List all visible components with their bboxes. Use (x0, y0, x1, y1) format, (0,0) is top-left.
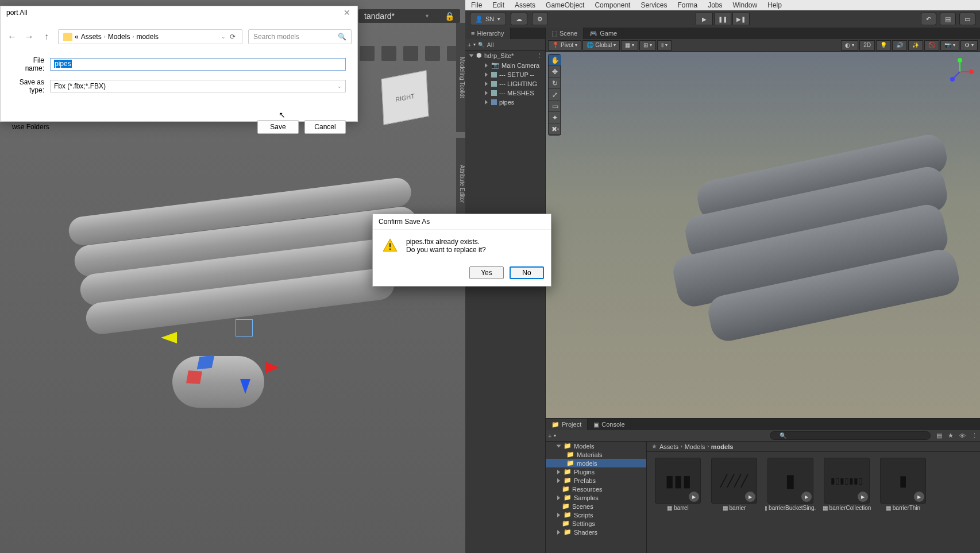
cloud-icon[interactable]: ☁ (511, 13, 527, 25)
search-input[interactable]: Search models 🔍 (248, 29, 352, 44)
menu-icon[interactable]: ⋮ (971, 432, 978, 439)
shelf-icon[interactable] (403, 46, 418, 61)
tree-item-scripts[interactable]: 📁 Scripts (546, 511, 646, 519)
grid-icon[interactable]: ▦▾ (621, 40, 638, 51)
camera-icon[interactable]: 📷▾ (940, 40, 959, 51)
breadcrumb-part[interactable]: Models (685, 443, 705, 450)
gear-icon[interactable]: ⚙ (532, 13, 548, 25)
pause-button[interactable]: ❚❚ (714, 13, 731, 25)
hierarchy-root[interactable]: ⬢ hdrp_Site* ⋮ (465, 51, 545, 60)
hand-tool-icon[interactable]: ✋ (549, 55, 561, 66)
snap2-icon[interactable]: ⫴▾ (657, 40, 672, 51)
tree-item-prefabs[interactable]: 📁 Prefabs (546, 476, 646, 485)
fav-icon[interactable]: ★ (948, 432, 954, 439)
yes-button[interactable]: Yes (469, 266, 504, 279)
tab-scene[interactable]: ⬚ Scene (546, 28, 584, 39)
fx-icon[interactable]: ✨ (908, 40, 923, 51)
layers-button[interactable]: ▤ (940, 13, 956, 25)
rect-tool-icon[interactable]: ▭ (549, 100, 561, 112)
hierarchy-item[interactable]: --- LIGHTING (465, 79, 545, 88)
tree-item-plugins[interactable]: 📁 Plugins (546, 467, 646, 476)
refresh-icon[interactable]: ⟳ (228, 33, 237, 41)
hidden-icon[interactable]: 👁 (959, 432, 966, 439)
menu-item-edit[interactable]: Edit (492, 1, 504, 9)
filter-icon[interactable]: ▤ (936, 432, 942, 439)
menu-item-file[interactable]: File (471, 1, 482, 9)
tab-hierarchy[interactable]: ≡ Hierarchy (465, 28, 511, 39)
menu-item-forma[interactable]: Forma (677, 1, 697, 9)
undo-history-icon[interactable]: ↶ (921, 13, 936, 25)
file-name-field[interactable]: pipes (50, 58, 346, 71)
gizmo-plane-xz[interactable] (197, 355, 215, 370)
play-button[interactable]: ▶ (696, 13, 713, 25)
tree-item-shaders[interactable]: 📁 Shaders (546, 528, 646, 536)
shelf-icon[interactable] (381, 46, 396, 61)
hierarchy-item[interactable]: pipes (465, 98, 545, 107)
tab-project[interactable]: 📁 Project (546, 419, 588, 430)
step-button[interactable]: ▶❚ (732, 13, 750, 25)
nav-back-icon[interactable]: ← (6, 31, 18, 42)
tree-item-resources[interactable]: 📁 Resources (546, 485, 646, 493)
scene-view[interactable]: ✋ ✥ ↻ ⤢ ▭ ✦ ✖▾ (546, 52, 980, 418)
orientation-gizmo[interactable] (946, 57, 974, 86)
shelf-icon[interactable] (425, 46, 440, 61)
move-tool-icon[interactable]: ✥ (549, 66, 561, 78)
breadcrumb-part[interactable]: models (711, 443, 734, 450)
breadcrumb-part[interactable]: Models (108, 33, 130, 41)
asset-item[interactable]: ╱╱╱╱▶▦ barrier (709, 458, 759, 511)
hidden-icon[interactable]: 🚫 (924, 40, 939, 51)
custom-tool-icon[interactable]: ✖▾ (549, 123, 561, 135)
browse-folders-link[interactable]: wse Folders (12, 123, 49, 131)
breadcrumb-part[interactable]: Assets (81, 33, 102, 41)
search-all[interactable]: All (487, 41, 493, 48)
menu-item-component[interactable]: Component (595, 1, 630, 9)
tree-item-samples[interactable]: 📁 Samples (546, 493, 646, 502)
tree-item-scenes[interactable]: 📁 Scenes (546, 502, 646, 511)
add-icon[interactable]: + (468, 41, 471, 48)
global-dropdown[interactable]: 🌐Global▾ (582, 40, 620, 51)
tab-game[interactable]: 🎮 Game (584, 28, 623, 39)
breadcrumb[interactable]: « Assets› Models› models ⌄ ⟳ (58, 29, 242, 44)
menu-item-help[interactable]: Help (767, 1, 782, 9)
menu-item-jobs[interactable]: Jobs (708, 1, 722, 9)
breadcrumb-part[interactable]: Assets (659, 443, 678, 450)
tab-console[interactable]: ▣ Console (588, 419, 631, 430)
asset-item[interactable]: ▮▶▦ barrierBucketSing... (765, 458, 816, 511)
pivot-dropdown[interactable]: 📍Pivot▾ (548, 40, 581, 51)
snap-icon[interactable]: ⊞▾ (639, 40, 656, 51)
project-search-input[interactable] (770, 431, 931, 440)
menu-item-services[interactable]: Services (641, 1, 667, 9)
gizmo-plane-xy[interactable] (186, 370, 202, 384)
close-icon[interactable]: ✕ (342, 8, 352, 17)
breadcrumb-part[interactable]: models (136, 33, 159, 41)
tree-item-models[interactable]: 📁 Models (546, 442, 646, 450)
nav-forward-icon[interactable]: → (24, 31, 35, 42)
shelf-icon[interactable] (360, 46, 375, 61)
hierarchy-item[interactable]: --- SETUP -- (465, 70, 545, 79)
tree-item-models-sub[interactable]: 📁 models (546, 459, 646, 467)
menu-item-assets[interactable]: Assets (515, 1, 535, 9)
gizmo-center[interactable] (236, 319, 253, 337)
asset-item[interactable]: ▮▮▮▶▦ barrel (653, 458, 703, 511)
tree-item-settings[interactable]: 📁 Settings (546, 519, 646, 528)
asset-item[interactable]: ▮▯▮▯▮▮▯▶▦ barrierCollection (821, 458, 872, 511)
hierarchy-item[interactable]: 📷 Main Camera (465, 60, 545, 70)
menu-item-gameobject[interactable]: GameObject (546, 1, 584, 9)
no-button[interactable]: No (510, 266, 544, 279)
gizmos-icon[interactable]: ⚙▾ (960, 40, 978, 51)
lighting-icon[interactable]: 💡 (876, 40, 891, 51)
scale-tool-icon[interactable]: ⤢ (549, 89, 561, 100)
layout-button[interactable]: ▭ (959, 13, 975, 25)
cancel-button[interactable]: Cancel (304, 120, 346, 134)
2d-toggle[interactable]: 2D (859, 40, 875, 51)
add-icon[interactable]: + (548, 432, 551, 439)
view-cube[interactable]: RIGHT (381, 70, 429, 125)
asset-item[interactable]: ▮▶▦ barrierThin (878, 458, 928, 511)
tree-item-materials[interactable]: 📁 Materials (546, 450, 646, 459)
save-type-select[interactable]: Fbx (*.fbx;*.FBX) ⌄ (50, 80, 346, 92)
account-button[interactable]: 👤 SN ▼ (470, 13, 506, 25)
draw-mode-icon[interactable]: ◐▾ (841, 40, 858, 51)
transform-tool-icon[interactable]: ✦ (549, 112, 561, 123)
hierarchy-item[interactable]: --- MESHES (465, 88, 545, 98)
menu-item-window[interactable]: Window (733, 1, 758, 9)
